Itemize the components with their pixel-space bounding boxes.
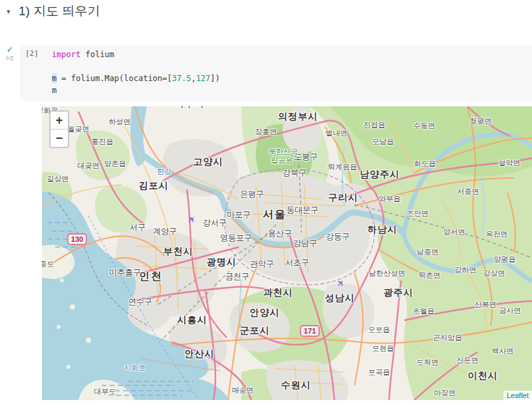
section-header: ▾ 1) 지도 띄우기 [0,0,532,27]
map-attribution: Leaflet [503,391,532,400]
zoom-in-button[interactable]: + [51,112,68,130]
map-zoom-control: + − [49,110,69,148]
folium-map-output[interactable]: + − 서울인천파주시고양시의정부시김포시부천시광명시구리시남양주시하남시과천시… [42,106,532,400]
execution-count[interactable]: [2] [25,49,39,58]
code-token: = folium.Map(location=[ [57,74,172,83]
code-token: folium [80,50,114,59]
road-shield: 130 [67,233,87,245]
code-token: m [52,86,57,95]
code-cell[interactable]: [2] import folium m = folium.Map(locatio… [20,45,532,101]
execution-time: 0초 [0,54,20,62]
code-token: 37.5 [172,74,192,83]
zoom-out-button[interactable]: − [51,130,68,147]
code-token: 127 [196,74,211,83]
leaflet-link[interactable]: Leaflet [507,391,529,399]
code-token: , [191,74,196,83]
run-success-icon: ✓ [0,45,20,54]
collapse-arrow-icon[interactable]: ▾ [7,7,11,16]
code-token: import [52,50,80,59]
section-title: 1) 지도 띄우기 [19,3,100,20]
road-shield: 171 [300,325,320,337]
code-token: ]) [210,74,219,83]
cell-gutter: ✓ 0초 [0,45,20,62]
map-tiles [42,106,532,400]
code-editor[interactable]: import folium m = folium.Map(location=[3… [52,49,220,96]
